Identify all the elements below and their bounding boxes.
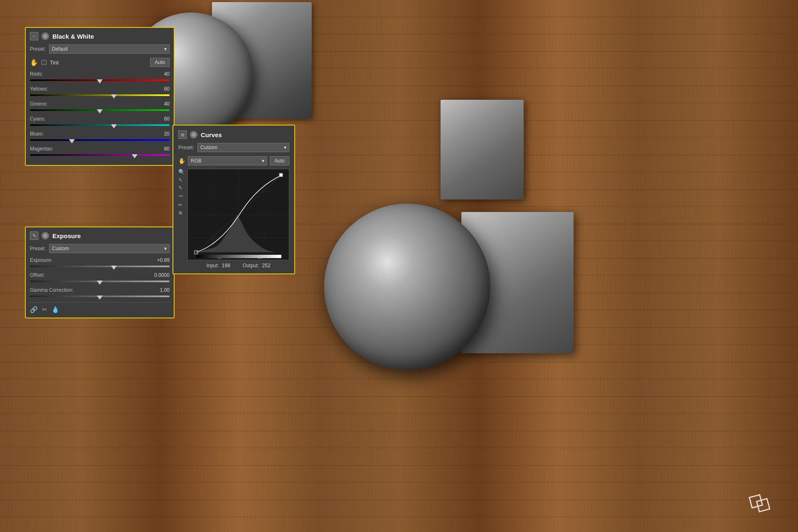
exposure-panel: ✎ Exposure Preset: Custom ▾ Exposure: +0… [25, 227, 175, 318]
bw-blues-label: Blues: [30, 131, 63, 137]
bw-icon-circle [42, 32, 49, 40]
bw-blues-track [30, 139, 170, 141]
knob-bottom [324, 204, 490, 370]
exp-tool-cut[interactable]: ✂ [42, 306, 47, 313]
exp-icon-circle [42, 232, 49, 239]
exp-offset-thumb [97, 281, 103, 285]
exp-panel-header: ✎ Exposure [30, 232, 170, 240]
bw-preset-dropdown[interactable]: Default ▾ [49, 44, 170, 54]
curves-content: 🔍 ✎ ✎ 〜 ✏ ⊕ [178, 169, 289, 268]
bw-cyans-slider[interactable] [30, 124, 170, 126]
bw-preset-label: Preset: [30, 46, 46, 52]
exp-panel-title: Exposure [52, 232, 81, 239]
bw-tint-row: ✋ Tint Auto [30, 58, 170, 67]
curves-tool-smooth[interactable]: ⊕ [178, 210, 186, 216]
curves-toolbar: 🔍 ✎ ✎ 〜 ✏ ⊕ [178, 169, 186, 268]
exp-offset-value: 0.0000 [154, 272, 170, 278]
bw-magentas-slider[interactable] [30, 154, 170, 156]
curves-dropdown-chevron: ▾ [284, 145, 286, 150]
bw-cyans-value: 60 [164, 116, 170, 122]
exp-exposure-label: Exposure: [30, 257, 63, 263]
exp-exposure-value: +0.89 [157, 257, 170, 263]
bw-blues-value: 20 [164, 131, 170, 137]
exp-bottom-tools: 🔗 ✂ 💧 [30, 306, 170, 313]
exp-offset-label: Offset: [30, 272, 63, 278]
svg-rect-14 [196, 255, 281, 258]
bw-greens-slider[interactable] [30, 109, 170, 111]
exp-exposure-row: Exposure: +0.89 [30, 257, 170, 263]
bw-yellows-value: 60 [164, 86, 170, 92]
exp-exposure-thumb [111, 266, 117, 270]
exp-exposure-track [30, 266, 170, 267]
bw-cyans-row: Cyans: 60 [30, 116, 170, 122]
bw-reds-thumb [97, 79, 103, 84]
bw-greens-value: 40 [164, 101, 170, 107]
bw-yellows-slider[interactable] [30, 94, 170, 96]
curves-panel-header: ⊞ Curves [178, 131, 289, 139]
exp-exposure-slider[interactable] [30, 266, 170, 267]
curves-tool-curve[interactable]: 〜 [178, 193, 186, 200]
bw-auto-button[interactable]: Auto [150, 58, 170, 67]
exp-gamma-slider[interactable] [30, 296, 170, 297]
curves-tool-eyedropper-mid[interactable]: ✎ [178, 177, 186, 183]
curves-panel-title: Curves [201, 131, 222, 138]
curves-preset-label: Preset: [178, 145, 194, 150]
svg-rect-10 [279, 173, 283, 177]
bw-yellows-track [30, 94, 170, 96]
bw-panel-header: □ Black & White [30, 32, 170, 40]
bw-yellows-row: Yellows: 60 [30, 86, 170, 92]
bw-icon-square: □ [30, 32, 38, 40]
svg-rect-0 [749, 495, 762, 507]
bw-preset-value: Default [52, 46, 68, 52]
exp-separator [30, 302, 170, 303]
curves-icon-circle [190, 131, 197, 138]
exp-preset-row: Preset: Custom ▾ [30, 244, 170, 253]
curves-output-value: 252 [262, 263, 271, 268]
exp-offset-slider[interactable] [30, 281, 170, 282]
bw-dropdown-chevron: ▾ [164, 46, 167, 52]
hand-icon: ✋ [30, 59, 38, 66]
bw-cyans-track [30, 124, 170, 126]
bw-greens-thumb [97, 109, 103, 113]
exp-gamma-value: 1.00 [160, 287, 170, 293]
curves-preset-value: Custom [200, 145, 217, 150]
exp-preset-dropdown[interactable]: Custom ▾ [49, 244, 170, 253]
curves-channel-dropdown[interactable]: RGB ▾ [188, 156, 267, 165]
exp-tool-link[interactable]: 🔗 [30, 306, 38, 313]
exp-dropdown-chevron: ▾ [164, 246, 167, 251]
bw-panel-title: Black & White [52, 33, 94, 40]
bw-tint-checkbox[interactable] [42, 60, 47, 65]
curves-preset-dropdown[interactable]: Custom ▾ [197, 143, 289, 152]
bw-panel: □ Black & White Preset: Default ▾ ✋ Tint… [25, 27, 175, 166]
curves-tool-eyedropper-white[interactable]: ✎ [178, 185, 186, 191]
bw-reds-label: Reds: [30, 71, 63, 77]
metal-plate-right-top [441, 100, 524, 200]
curves-graph-area: Input: 198 Output: 252 [187, 169, 289, 268]
bw-greens-row: Greens: 40 [30, 101, 170, 107]
curves-channel-value: RGB [191, 158, 202, 164]
curves-tool-eyedropper-black[interactable]: 🔍 [178, 169, 186, 175]
bw-reds-slider[interactable] [30, 79, 170, 81]
curves-preset-row: Preset: Custom ▾ [178, 143, 289, 152]
bw-magentas-thumb [132, 154, 138, 158]
curves-auto-button[interactable]: Auto [270, 156, 289, 165]
exp-preset-value: Custom [52, 246, 69, 251]
curves-input-output: Input: 198 Output: 252 [187, 263, 289, 268]
curves-input-value: 198 [222, 263, 230, 268]
curves-panel: ⊞ Curves Preset: Custom ▾ ✋ RGB ▾ Auto 🔍… [172, 125, 295, 274]
exp-gamma-row: Gamma Correction: 1.00 [30, 287, 170, 293]
curves-graph-svg [187, 169, 289, 260]
exp-icon-square: ✎ [30, 232, 38, 240]
bw-tint-label: Tint [50, 59, 59, 66]
exp-preset-label: Preset: [30, 246, 46, 251]
bw-reds-row: Reds: 40 [30, 71, 170, 77]
exp-tool-drop[interactable]: 💧 [52, 306, 59, 313]
bw-cyans-thumb [111, 124, 117, 128]
bw-magentas-label: Magentas: [30, 146, 63, 152]
bw-blues-thumb [69, 139, 75, 143]
exp-offset-row: Offset: 0.0000 [30, 272, 170, 278]
bw-blues-slider[interactable] [30, 139, 170, 141]
bw-yellows-label: Yellows: [30, 86, 63, 92]
curves-hand-icon: ✋ [178, 158, 185, 164]
curves-tool-pencil[interactable]: ✏ [178, 202, 186, 208]
